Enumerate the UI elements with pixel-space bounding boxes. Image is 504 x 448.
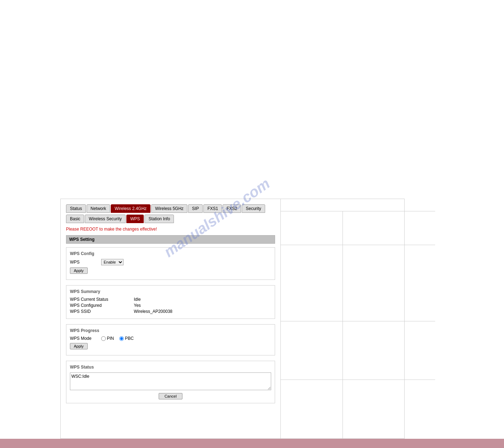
subtab-wps[interactable]: WPS	[126, 215, 144, 223]
wps-summary-title: WPS Summary	[70, 289, 271, 294]
wps-progress-section: WPS Progress WPS Mode PIN PBC	[66, 324, 275, 355]
right-cell-5	[281, 321, 343, 380]
summary-value-status: Idle	[134, 297, 141, 302]
left-panel: Status Network Wireless 2.4GHz Wireless …	[61, 199, 281, 438]
summary-label-ssid: WPS SSID	[70, 309, 127, 314]
wps-mode-label: WPS Mode	[70, 336, 98, 341]
wps-setting-header: WPS Setting	[66, 235, 275, 244]
right-cell-7	[281, 380, 343, 438]
sub-tabs: Basic Wireless Security WPS Station Info	[66, 215, 275, 223]
wps-progress-apply-row: Apply	[70, 343, 271, 349]
right-cell-6	[343, 321, 435, 380]
pin-radio-text: PIN	[107, 336, 114, 341]
summary-value-ssid: Wireless_AP200038	[134, 309, 172, 314]
footer: DATAREMOTE MOVING DATA OVER WIRELESS	[0, 439, 504, 448]
page-wrapper: manualshive.com Status Network Wireless …	[0, 0, 504, 448]
wps-progress-title: WPS Progress	[70, 328, 271, 333]
cancel-row: Cancel	[70, 393, 271, 399]
main-content: manualshive.com Status Network Wireless …	[0, 0, 504, 439]
summary-row-status: WPS Current Status Idle	[70, 297, 271, 302]
right-cell-8	[343, 380, 435, 438]
wps-summary-section: WPS Summary WPS Current Status Idle WPS …	[66, 285, 275, 319]
tab-fxs1[interactable]: FXS1	[203, 204, 222, 213]
wps-label: WPS	[70, 260, 98, 265]
tab-network[interactable]: Network	[87, 204, 110, 213]
right-top-cell	[281, 199, 435, 211]
summary-row-ssid: WPS SSID Wireless_AP200038	[70, 309, 271, 314]
tab-security[interactable]: Security	[242, 204, 265, 213]
content-grid: Status Network Wireless 2.4GHz Wireless …	[60, 199, 405, 439]
wps-status-section: WPS Status Cancel	[66, 361, 275, 403]
right-cell-1	[281, 211, 343, 245]
wps-progress-apply-button[interactable]: Apply	[70, 343, 88, 349]
reboot-notice: Please REEOOT to make the changes effect…	[66, 227, 275, 232]
right-cell-2	[343, 211, 435, 245]
wps-mode-radio-group: PIN PBC	[101, 336, 134, 341]
subtab-wireless-security[interactable]: Wireless Security	[85, 215, 126, 223]
tab-wireless-5ghz[interactable]: Wireless 5GHz	[151, 204, 187, 213]
wps-select[interactable]: Enable Disable	[101, 259, 124, 265]
wps-mode-row: WPS Mode PIN PBC	[70, 336, 271, 341]
pbc-radio[interactable]	[119, 336, 124, 341]
summary-value-configured: Yes	[134, 303, 141, 308]
summary-label-status: WPS Current Status	[70, 297, 127, 302]
tab-sip[interactable]: SIP	[188, 204, 203, 213]
tab-status[interactable]: Status	[66, 204, 86, 213]
tab-wireless-2ghz[interactable]: Wireless 2.4GHz	[111, 204, 150, 213]
wps-config-title: WPS Config	[70, 251, 271, 256]
tab-fxs2[interactable]: FXS2	[223, 204, 241, 213]
summary-row-configured: WPS Configured Yes	[70, 303, 271, 308]
wps-apply-row: Apply	[70, 267, 271, 274]
subtab-basic[interactable]: Basic	[66, 215, 84, 223]
wps-config-apply-button[interactable]: Apply	[70, 267, 88, 274]
pin-radio-label[interactable]: PIN	[101, 336, 114, 341]
summary-label-configured: WPS Configured	[70, 303, 127, 308]
wps-field-row: WPS Enable Disable	[70, 259, 271, 265]
cancel-button[interactable]: Cancel	[159, 393, 182, 399]
pbc-radio-text: PBC	[125, 336, 134, 341]
right-cell-3	[281, 245, 343, 321]
wps-config-section: WPS Config WPS Enable Disable Apply	[66, 247, 275, 280]
nav-tabs: Status Network Wireless 2.4GHz Wireless …	[66, 204, 275, 213]
wps-status-textarea[interactable]	[70, 372, 271, 390]
pin-radio[interactable]	[101, 336, 106, 341]
wps-status-title: WPS Status	[70, 365, 271, 370]
subtab-station-info[interactable]: Station Info	[144, 215, 174, 223]
right-cell-4	[343, 245, 435, 321]
wps-summary-table: WPS Current Status Idle WPS Configured Y…	[70, 297, 271, 314]
pbc-radio-label[interactable]: PBC	[119, 336, 134, 341]
